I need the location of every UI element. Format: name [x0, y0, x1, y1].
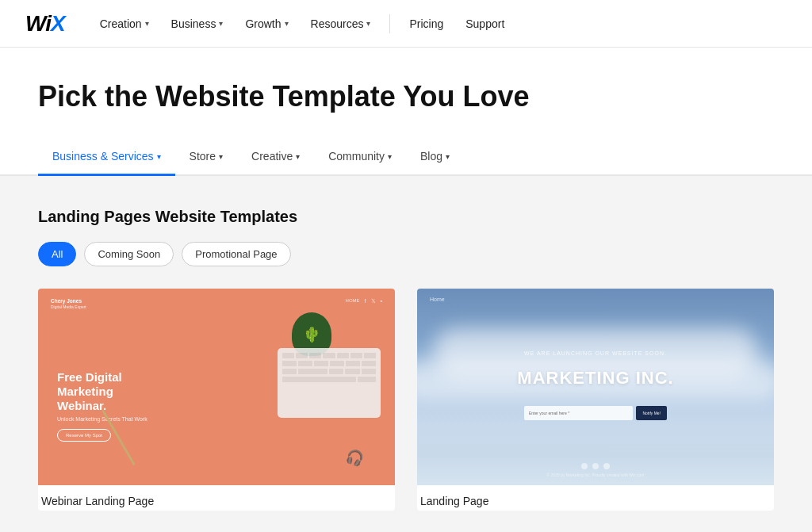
keyboard-keys-row2 [282, 361, 376, 366]
key [330, 361, 344, 366]
cactus-icon: 🌵 [303, 326, 320, 343]
tab-label-community: Community [328, 150, 385, 163]
logo-text: W [25, 11, 45, 36]
chevron-down-icon: ▾ [366, 19, 370, 28]
hero-section: Pick the Website Template You Love [0, 48, 812, 139]
thumb-social-icon-3 [603, 463, 610, 469]
chevron-down-icon: ▾ [145, 19, 149, 28]
template-thumbnail-webinar: Chery Jones Digital Media Expert HOME f … [38, 289, 395, 485]
key [329, 369, 343, 374]
key [358, 377, 376, 382]
thumb-social-icons [581, 463, 610, 469]
thumb-footer-text: © 2025 by Marketing Inc. Proudly created… [547, 473, 645, 477]
thumb-email-form: Enter your email here * Notify Me! [524, 406, 667, 420]
tab-label-store: Store [190, 150, 216, 163]
nav-label-pricing: Pricing [409, 17, 443, 30]
template-card-webinar[interactable]: Chery Jones Digital Media Expert HOME f … [38, 289, 395, 511]
key [362, 361, 376, 366]
key [298, 369, 327, 374]
logo-text-x: X [51, 11, 65, 36]
keyboard-keys-row3 [282, 369, 376, 374]
keyboard-keys-row4 [282, 377, 376, 382]
thumb-social-icon-1 [581, 463, 588, 469]
key [364, 353, 376, 358]
template-name-landing: Landing Page [417, 485, 774, 511]
tab-creative[interactable]: Creative ▾ [237, 139, 314, 176]
template-card-landing[interactable]: Home WE ARE LAUNCHING OUR WEBSITE SOON. … [417, 289, 774, 511]
content-area: Landing Pages Website Templates All Comi… [0, 176, 812, 532]
tab-community[interactable]: Community ▾ [314, 139, 406, 176]
key [337, 353, 349, 358]
filter-row: All Coming Soon Promotional Page [38, 242, 774, 266]
chevron-down-icon: ▾ [219, 19, 223, 28]
key [346, 361, 360, 366]
filter-all[interactable]: All [38, 242, 76, 266]
tab-label-blog: Blog [420, 150, 442, 163]
template-thumbnail-landing: Home WE ARE LAUNCHING OUR WEBSITE SOON. … [417, 289, 774, 485]
key [345, 369, 359, 374]
chevron-down-icon: ▾ [446, 152, 450, 161]
thumb-email-input: Enter your email here * [524, 406, 633, 420]
thumb-nav-links: HOME f 𝕏 ▪ [346, 298, 382, 304]
nav-item-resources[interactable]: Resources ▾ [301, 13, 381, 35]
chevron-down-icon: ▾ [296, 152, 300, 161]
thumb-topbar-2: Home [430, 297, 445, 302]
key [298, 361, 312, 366]
thumb-headline-line1: Free Digital Marketing [57, 370, 168, 399]
nav-items: Creation ▾ Business ▾ Growth ▾ Resources… [90, 13, 515, 35]
nav-divider [389, 14, 390, 33]
key [314, 361, 328, 366]
thumb-tw-icon: 𝕏 [371, 298, 376, 304]
tab-store[interactable]: Store ▾ [175, 139, 237, 176]
wix-logo[interactable]: WiX [25, 11, 65, 36]
tab-business-services[interactable]: Business & Services ▾ [38, 139, 175, 176]
spacebar-key [282, 377, 356, 382]
thumb-subheadline: Unlock Marketing Secrets That Work [57, 416, 168, 422]
key [282, 369, 297, 374]
tab-blog[interactable]: Blog ▾ [406, 139, 464, 176]
thumb-ig-icon: ▪ [381, 298, 382, 304]
section-title: Landing Pages Website Templates [38, 208, 774, 226]
thumb-person-subtitle: Digital Media Expert [51, 304, 86, 309]
nav-label-support: Support [465, 17, 504, 30]
thumb-notify-button: Notify Me! [636, 406, 667, 420]
thumb-topbar-1: Chery Jones Digital Media Expert [51, 298, 86, 309]
template-grid: Chery Jones Digital Media Expert HOME f … [38, 289, 774, 511]
nav-label-business: Business [171, 17, 216, 30]
chevron-down-icon: ▾ [157, 152, 161, 161]
thumb-fb-icon: f [365, 298, 366, 304]
thumb-earphones-icon: 🎧 [343, 446, 366, 469]
nav-item-creation[interactable]: Creation ▾ [90, 13, 159, 35]
nav-label-resources: Resources [311, 17, 364, 30]
nav-item-business[interactable]: Business ▾ [162, 13, 233, 35]
chevron-down-icon: ▾ [388, 152, 392, 161]
thumb-launching-text: WE ARE LAUNCHING OUR WEBSITE SOON. [524, 350, 667, 356]
thumb-main-title: MARKETING INC. [517, 368, 673, 388]
key [350, 353, 362, 358]
key [362, 369, 376, 374]
key [282, 353, 294, 358]
thumb-cta-button: Reserve My Spot [57, 429, 111, 442]
chevron-down-icon: ▾ [285, 19, 289, 28]
nav-item-support[interactable]: Support [456, 13, 514, 35]
nav-label-growth: Growth [245, 17, 281, 30]
chevron-down-icon: ▾ [219, 152, 223, 161]
nav-item-growth[interactable]: Growth ▾ [236, 13, 297, 35]
key [323, 353, 335, 358]
thumb-keyboard [278, 348, 381, 418]
nav-label-creation: Creation [100, 17, 142, 30]
thumb-social-icon-2 [592, 463, 599, 469]
tab-label-creative: Creative [251, 150, 293, 163]
thumb-main-text: Free Digital Marketing Webinar. Unlock M… [57, 370, 168, 422]
filter-coming-soon[interactable]: Coming Soon [84, 242, 174, 266]
key [309, 353, 321, 358]
keyboard-keys-row1 [282, 353, 376, 358]
key [296, 353, 308, 358]
logo-text-i: i [45, 11, 51, 36]
thumb-headline-line2: Webinar. [57, 399, 168, 413]
filter-promotional[interactable]: Promotional Page [182, 242, 290, 266]
tab-label-business: Business & Services [52, 150, 154, 163]
nav-item-pricing[interactable]: Pricing [400, 13, 453, 35]
key [282, 361, 297, 366]
hero-title: Pick the Website Template You Love [38, 79, 774, 113]
